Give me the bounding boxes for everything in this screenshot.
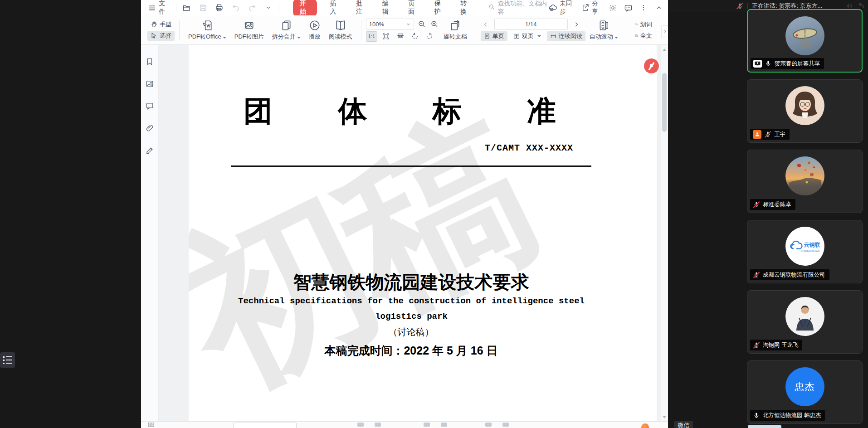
reading-mode-button[interactable]: 阅读模式 [325,19,356,42]
avatar-initials-text: 忠杰 [795,380,815,393]
mic-muted-icon [753,341,760,349]
left-panel-rail [141,45,159,421]
attachments-icon[interactable] [146,124,154,134]
statusbar-input-partial[interactable] [233,423,297,428]
caret-down-icon [223,37,226,39]
print-icon[interactable] [215,3,224,13]
standard-type-heading: 团 体 标 准 [231,95,591,128]
list-icon [3,356,15,358]
collapse-ribbon-chevron-icon[interactable] [654,3,663,13]
menubar: 文件 [141,0,668,15]
mic-on-icon [765,60,772,67]
floating-convert-badge[interactable]: F [644,58,659,73]
tab-page[interactable]: 页面 [405,0,422,17]
avatar-man-in-suit [785,297,824,336]
statusbar-control-partial[interactable] [502,423,509,427]
hand-tool-button[interactable]: 手型 [147,19,175,29]
toolbar-expand-button[interactable] [661,25,668,38]
next-page-chevron-icon[interactable] [571,19,581,29]
tab-annotate[interactable]: 批注 [353,0,370,17]
zoom-select[interactable]: 100% [366,19,414,30]
more-history-chevron-icon[interactable] [263,3,273,13]
taskbar-wechat-label[interactable]: 微信 [674,421,693,428]
participant-name: 标准委陈卓 [763,201,791,209]
taskbar-thumbnail-partial[interactable] [748,425,781,428]
statusbar-control-partial[interactable] [424,423,430,427]
tab-protect[interactable]: 保护 [432,0,448,17]
pdf-app-window: 文件 [141,0,668,428]
bookmarks-icon[interactable] [146,58,154,68]
undo-icon[interactable] [231,3,241,13]
outline-toggle-button[interactable] [0,352,15,368]
comments-icon[interactable] [146,102,154,112]
avatar-company-logo: 云钢联 YUNGANGLIAN [785,227,824,266]
feedback-chat-icon[interactable] [624,3,633,13]
redo-icon[interactable] [247,3,257,13]
participant-label: 贺宗春的屏幕共享 [751,58,824,69]
avatar-balloons-photo [785,156,824,195]
two-page-button[interactable]: 双页 [510,31,544,41]
tab-home[interactable]: 开始 [293,0,317,17]
participant-label: 王宇 [750,129,790,140]
split-merge-button[interactable]: 拆分合并 [268,19,305,42]
save-icon[interactable] [198,3,208,13]
participant-tile[interactable]: 王宇 [747,79,863,143]
rotate-left-icon[interactable] [409,32,421,41]
file-menu[interactable]: 文件 [147,0,171,16]
participant-tile[interactable]: 云钢联 YUNGANGLIAN 成都云钢联物流有限公司 [747,220,863,283]
images-icon[interactable] [146,80,154,90]
fit-width-icon[interactable] [395,32,406,41]
rotate-right-icon[interactable] [424,32,435,41]
previous-page-chevron-icon[interactable] [481,19,491,29]
settings-gear-icon[interactable] [609,3,618,13]
fulltext-translate-button[interactable]: 全文 [632,31,655,41]
statusbar-control-partial[interactable] [375,423,381,427]
play-button[interactable]: 播放 [305,19,325,42]
share-button[interactable]: 分享 [581,0,602,16]
statusbar-control-partial[interactable] [357,423,364,427]
statusbar-control-partial[interactable] [485,423,492,427]
scroll-down-arrow-icon[interactable] [663,416,666,418]
kebab-menu-icon[interactable] [639,3,648,13]
open-file-icon[interactable] [182,3,192,13]
rotate-document-button[interactable]: 旋转文档 [439,19,471,42]
select-tool-button[interactable]: 选择 [147,31,175,41]
signature-icon[interactable] [146,146,154,156]
thumbnail-grid-icon[interactable] [148,423,154,427]
participant-tile[interactable]: 忠杰 北方恒达物流园 韩忠杰 [747,360,863,424]
self-mic-muted-icon[interactable] [736,2,743,10]
completion-date-line: 本稿完成时间：2022 年 5 月 16 日 [231,343,591,358]
tab-insert[interactable]: 插入 [327,0,343,17]
participant-tile[interactable]: 贺宗春的屏幕共享 [747,9,863,73]
divider [476,20,476,40]
zoom-in-icon[interactable] [429,19,439,29]
scrollbar-thumb[interactable] [662,73,667,132]
participant-tile[interactable]: 标准委陈卓 [747,150,863,213]
fit-page-icon[interactable] [380,32,392,41]
participant-tile[interactable]: 淘钢网 王龙飞 [747,290,863,354]
page-number-input[interactable]: 1/14 [494,19,568,30]
pdf-to-image-button[interactable]: PDF转图片 [230,19,268,42]
tab-edit[interactable]: 编辑 [380,0,396,17]
sync-status-button[interactable]: 未同步 [548,0,575,16]
vertical-scrollbar[interactable] [661,45,668,421]
caret-down-icon [614,37,618,39]
scroll-up-arrow-icon[interactable] [663,49,666,51]
document-canvas[interactable]: 初稿 团 体 标 准 T/CAMT XXX-XXXX 智慧钢铁物流园建设技术要求… [159,45,668,421]
tab-convert[interactable]: 转换 [458,0,474,17]
chevron-down-icon [406,22,411,27]
divider [627,20,627,40]
pdf-to-office-button[interactable]: PDF转Office [184,19,230,42]
divider [179,20,180,40]
word-translate-button[interactable]: 划词 [632,19,655,29]
single-page-button[interactable]: 单页 [481,31,507,41]
zoom-out-icon[interactable] [417,19,427,29]
continuous-reading-button[interactable]: 连续阅读 [547,31,585,41]
search-input[interactable]: 查找功能、文档内容 [488,0,548,16]
avatar-satellite-dish [785,16,824,55]
statusbar-control-partial[interactable] [441,423,447,427]
horizontal-rule [231,165,591,167]
actual-size-button[interactable]: 1:1 [366,31,377,42]
auto-scroll-button[interactable]: 自动滚动 [585,19,622,42]
divider [176,4,176,12]
